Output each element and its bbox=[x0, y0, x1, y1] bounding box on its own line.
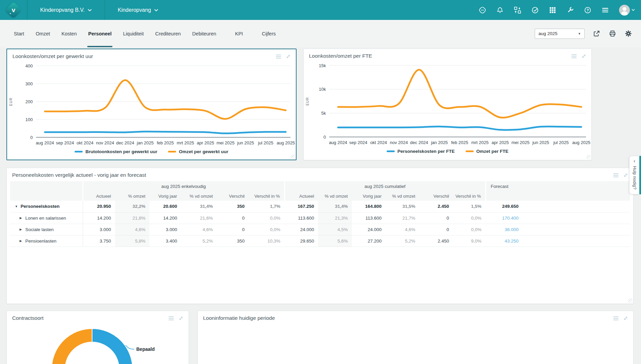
table-cell: 5,2% bbox=[386, 235, 419, 247]
triangle-collapsed-icon: ▶ bbox=[20, 239, 23, 243]
svg-text:sep 2024: sep 2024 bbox=[349, 140, 367, 145]
svg-text:jan 2025: jan 2025 bbox=[137, 140, 154, 145]
donut-slice-label: Bepaald bbox=[136, 346, 155, 352]
menu-hamburger-icon[interactable] bbox=[601, 6, 609, 14]
dropdown-caret-icon: ▼ bbox=[578, 32, 581, 35]
help-tab[interactable]: ‹ Hulp nodig? bbox=[629, 156, 639, 194]
forecast-cell: 43.250 bbox=[485, 235, 523, 247]
legend-label: Omzet per FTE bbox=[476, 149, 508, 154]
table-cell: 113.600 bbox=[284, 212, 318, 224]
panel-expand-icon[interactable] bbox=[581, 53, 587, 59]
notifications-bell-icon[interactable] bbox=[496, 6, 504, 14]
legend-item[interactable]: Brutoloonkosten per gewerkt uur bbox=[75, 149, 157, 154]
panel-menu-icon[interactable] bbox=[275, 53, 282, 60]
user-menu[interactable] bbox=[619, 4, 635, 16]
panel-title: Looninformatie huidige periode bbox=[203, 315, 275, 321]
chevron-down-icon bbox=[88, 9, 92, 11]
donut-slice[interactable] bbox=[52, 329, 92, 364]
line-chart-loonkosten-per-uur[interactable]: 0100200300400EURaug 2024sep 2024okt 2024… bbox=[7, 60, 295, 149]
tasks-check-icon[interactable] bbox=[531, 6, 539, 14]
row-expander[interactable]: ▶Pensioenlasten bbox=[10, 239, 83, 244]
table-cell: 20.600 bbox=[149, 201, 181, 212]
table-cell: 21,6% bbox=[181, 212, 217, 224]
legend-item[interactable]: Omzet per gewerkt uur bbox=[168, 149, 228, 154]
tab-liquiditeit[interactable]: Liquiditeit bbox=[117, 20, 149, 47]
table-cell: 0 bbox=[419, 224, 453, 235]
table-cell: 10,3% bbox=[249, 235, 284, 247]
svg-text:nov 2024: nov 2024 bbox=[96, 140, 114, 145]
app-logo[interactable]: v bbox=[0, 0, 27, 20]
table-cell: 5,8% bbox=[115, 235, 149, 247]
legend-swatch bbox=[168, 151, 176, 152]
tab-crediteuren[interactable]: Crediteuren bbox=[149, 20, 187, 47]
row-label: Personeelskosten bbox=[21, 204, 60, 209]
panel-loonkosten-per-uur: Loonkosten/omzet per gewerkt uur 0100200… bbox=[6, 49, 297, 160]
tab-cijfers[interactable]: Cijfers bbox=[256, 20, 281, 47]
period-dropdown[interactable]: aug 2025 ▼ bbox=[535, 29, 585, 39]
sync-transactions-icon[interactable] bbox=[513, 6, 522, 14]
table-cell: 21,7% bbox=[386, 212, 419, 224]
forecast-cell: 36.000 bbox=[485, 224, 523, 235]
company-name: Kinderopvang B.V. bbox=[40, 7, 85, 13]
forecast-cell: 170.400 bbox=[485, 212, 523, 224]
panel-menu-icon[interactable] bbox=[613, 172, 619, 178]
table-cell: 14.200 bbox=[83, 212, 115, 224]
assistant-icon[interactable] bbox=[478, 6, 486, 14]
panel-expand-icon[interactable] bbox=[285, 53, 291, 60]
legend-item[interactable]: Omzet per FTE bbox=[466, 149, 508, 154]
resize-handle[interactable] bbox=[586, 155, 591, 159]
svg-text:dec 2024: dec 2024 bbox=[410, 140, 428, 145]
row-expander[interactable]: ▶Sociale lasten bbox=[10, 227, 83, 232]
svg-text:400: 400 bbox=[25, 63, 33, 68]
table-cell: 3.000 bbox=[83, 224, 115, 235]
table-cell: 27.200 bbox=[352, 235, 386, 247]
tab-debiteuren[interactable]: Debiteuren bbox=[187, 20, 222, 47]
svg-text:okt 2024: okt 2024 bbox=[77, 140, 93, 145]
panel-title: Contractsoort bbox=[12, 315, 44, 321]
table-cell: 31,5% bbox=[386, 201, 419, 212]
help-icon[interactable]: ? bbox=[584, 6, 592, 14]
tab-omzet[interactable]: Omzet bbox=[30, 20, 56, 47]
chevron-left-icon: ‹ bbox=[634, 159, 635, 163]
table-cell: 29.650 bbox=[284, 235, 318, 247]
company-selector[interactable]: Kinderopvang B.V. bbox=[27, 0, 105, 20]
panel-menu-icon[interactable] bbox=[571, 53, 577, 59]
table-cell: 9,0% bbox=[453, 235, 485, 247]
tab-personeel[interactable]: Personeel bbox=[82, 20, 117, 47]
panel-expand-icon[interactable] bbox=[622, 172, 629, 178]
row-expander[interactable]: ▶Lonen en salarissen bbox=[10, 216, 83, 221]
table-cell: 31,4% bbox=[318, 201, 352, 212]
svg-text:0: 0 bbox=[30, 135, 33, 140]
line-chart-loonkosten-per-fte[interactable]: 05k10k15kEURaug 2024sep 2024okt 2024nov … bbox=[304, 60, 591, 148]
table-cell: 32,2% bbox=[115, 201, 149, 212]
tab-start[interactable]: Start bbox=[8, 20, 30, 47]
administration-selector[interactable]: Kinderopvang bbox=[105, 0, 171, 20]
tab-kosten[interactable]: Kosten bbox=[56, 20, 82, 47]
table-cell: 350 bbox=[217, 201, 249, 212]
panel-expand-icon[interactable] bbox=[622, 315, 629, 321]
print-icon[interactable] bbox=[609, 30, 616, 37]
svg-text:aug 2025: aug 2025 bbox=[277, 140, 295, 145]
visionplanner-logo-icon: v bbox=[5, 1, 22, 19]
legend-item[interactable]: Personeelskosten per FTE bbox=[387, 149, 455, 154]
table-cell: 0 bbox=[419, 212, 453, 224]
panel-expand-icon[interactable] bbox=[178, 315, 184, 321]
svg-text:feb 2025: feb 2025 bbox=[157, 140, 174, 145]
table-cell: 0 bbox=[217, 212, 249, 224]
svg-text:feb 2025: feb 2025 bbox=[451, 140, 468, 145]
panel-loonkosten-per-fte: Loonkosten/omzet per FTE 05k10k15kEURaug… bbox=[303, 49, 592, 160]
row-expander[interactable]: ▼Personeelskosten bbox=[10, 204, 83, 209]
svg-text:200: 200 bbox=[25, 99, 33, 104]
svg-text:jun 2025: jun 2025 bbox=[532, 140, 549, 145]
settings-gear-icon[interactable] bbox=[624, 30, 632, 37]
tab-kpi[interactable]: KPI bbox=[229, 20, 249, 47]
resize-handle[interactable] bbox=[628, 299, 633, 303]
resize-handle[interactable] bbox=[291, 155, 295, 159]
donut-chart-contractsoort[interactable]: Bepaald bbox=[7, 324, 189, 364]
panel-menu-icon[interactable] bbox=[168, 315, 174, 321]
personeelskosten-table: aug 2025 enkelvoudigaug 2025 cumulatiefF… bbox=[10, 181, 630, 247]
tools-wrench-icon[interactable] bbox=[566, 6, 574, 14]
share-export-icon[interactable] bbox=[593, 30, 601, 37]
apps-grid-icon[interactable] bbox=[549, 6, 557, 14]
panel-menu-icon[interactable] bbox=[613, 315, 619, 321]
